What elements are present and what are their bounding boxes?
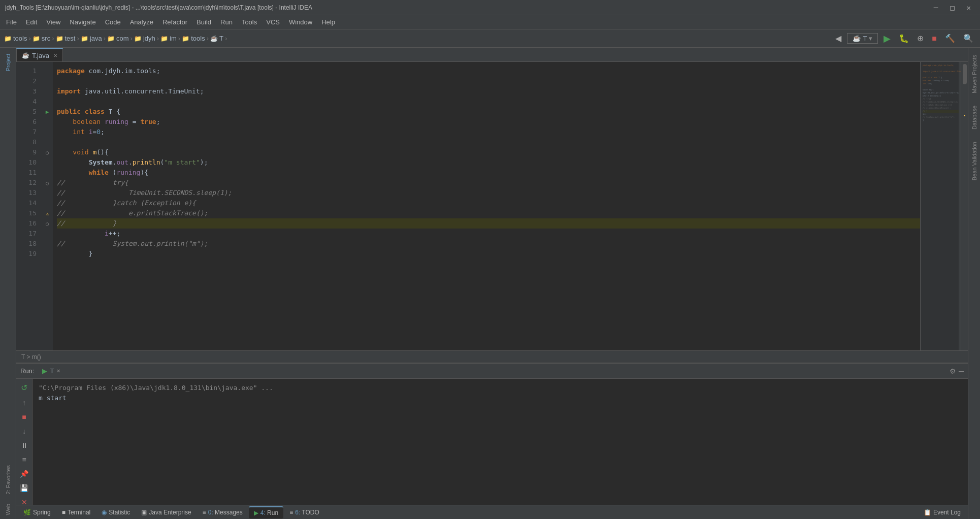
- run-output-line-2: m start: [39, 393, 962, 403]
- bottom-tab-statistic[interactable]: ◉ Statistic: [96, 506, 135, 518]
- debug-button[interactable]: 🐛: [896, 33, 911, 44]
- event-log-icon: 📋: [924, 509, 931, 516]
- breadcrumb-src[interactable]: src: [42, 35, 50, 42]
- bottom-tab-spring[interactable]: 🌿 Spring: [18, 506, 56, 518]
- menu-vcs[interactable]: VCS: [262, 17, 284, 27]
- bottom-tab-run[interactable]: ▶ 4: Run: [249, 506, 283, 518]
- toolbar: 📁 tools › 📁 src › 📁 test › 📁 java › 📁 co…: [0, 29, 980, 48]
- run-body: ↺ ↑ ■ ↓ ⏸ ≡ 📌 💾 ✕ ≡ "C:\Program Files (x…: [16, 379, 968, 505]
- run-icon: ▶: [254, 509, 258, 516]
- breadcrumb-tools2[interactable]: tools: [191, 35, 205, 42]
- code-line-4: [57, 96, 920, 107]
- menu-file[interactable]: File: [2, 17, 21, 27]
- run-label: Run:: [20, 367, 34, 375]
- breadcrumb-java[interactable]: java: [90, 35, 102, 42]
- run-tab-close[interactable]: ✕: [56, 368, 60, 374]
- stop-run-button[interactable]: ■: [20, 411, 28, 423]
- left-sidebar: Project 2: Favorites Web: [0, 48, 16, 519]
- right-tab-maven[interactable]: Maven Projects: [970, 51, 978, 98]
- breadcrumb-com[interactable]: com: [116, 35, 129, 42]
- run-panel-controls: ⚙ ─: [950, 367, 964, 375]
- maximize-button[interactable]: □: [946, 4, 958, 12]
- breadcrumb: 📁 tools › 📁 src › 📁 test › 📁 java › 📁 co…: [4, 35, 227, 42]
- run-tab-label: T: [50, 367, 54, 375]
- run-config-icon: ☕: [853, 35, 861, 42]
- menu-analyze[interactable]: Analyze: [126, 17, 157, 27]
- scroll-up-button[interactable]: ↑: [20, 397, 28, 409]
- breadcrumb-im[interactable]: im: [170, 35, 177, 42]
- run-left-toolbar: ↺ ↑ ■ ↓ ⏸ ≡ 📌 💾 ✕ ≡: [16, 379, 32, 505]
- code-line-11: while (runing){: [57, 168, 920, 178]
- menu-tools[interactable]: Tools: [238, 17, 261, 27]
- right-tab-database[interactable]: Database: [970, 102, 978, 134]
- line-numbers: 1 2 3 4 5 6 7 8 9 10 11 12 13 14 15 16 1…: [16, 62, 42, 350]
- tab-close[interactable]: ✕: [53, 53, 57, 58]
- run-output-line-1: "C:\Program Files (x86)\Java\jdk1.8.0_13…: [39, 383, 962, 393]
- bottom-tab-java-enterprise[interactable]: ▣ Java Enterprise: [136, 506, 196, 518]
- run-config-name: T: [863, 35, 867, 42]
- run-button[interactable]: ▶: [881, 32, 893, 45]
- menu-run[interactable]: Run: [216, 17, 237, 27]
- search-everywhere-button[interactable]: 🔍: [961, 33, 976, 44]
- breadcrumb-jdyh[interactable]: jdyh: [143, 35, 155, 42]
- code-line-15: // e.printStackTrace();: [57, 208, 920, 218]
- build-button[interactable]: 🔨: [942, 33, 958, 44]
- close-button[interactable]: ✕: [963, 4, 975, 12]
- menu-edit[interactable]: Edit: [22, 17, 41, 27]
- code-breadcrumb-text: T > m(): [21, 353, 41, 361]
- menu-window[interactable]: Window: [285, 17, 316, 27]
- breadcrumb-tools[interactable]: tools: [13, 35, 27, 42]
- run-config-arrow[interactable]: ▾: [869, 35, 872, 42]
- sidebar-web[interactable]: Web: [4, 500, 12, 519]
- todo-icon: ≡: [289, 509, 293, 516]
- wrap-button[interactable]: ≡: [20, 453, 28, 466]
- editor-tabs: ☕ T.java ✕: [16, 48, 968, 62]
- menu-help[interactable]: Help: [317, 17, 339, 27]
- tab-T-java[interactable]: ☕ T.java ✕: [16, 48, 63, 61]
- run-output: "C:\Program Files (x86)\Java\jdk1.8.0_13…: [32, 379, 968, 505]
- breadcrumb-T[interactable]: T: [219, 35, 223, 42]
- code-line-17: i++;: [57, 229, 920, 239]
- menu-view[interactable]: View: [42, 17, 64, 27]
- bottom-tab-todo[interactable]: ≡ 6: TODO: [284, 506, 324, 518]
- code-line-13: // TimeUnit.SECONDS.sleep(1);: [57, 188, 920, 198]
- stop-button[interactable]: ■: [929, 33, 939, 44]
- scrollbar-indicator[interactable]: [961, 62, 968, 350]
- code-area: 1 2 3 4 5 6 7 8 9 10 11 12 13 14 15 16 1…: [16, 62, 968, 350]
- menu-navigate[interactable]: Navigate: [66, 17, 100, 27]
- code-line-12: // try{: [57, 178, 920, 188]
- code-content[interactable]: package com.jdyh.im.tools; import java.u…: [53, 62, 920, 350]
- rerun-button[interactable]: ↺: [19, 381, 29, 395]
- close-button-run[interactable]: ✕: [19, 496, 29, 505]
- code-line-2: [57, 76, 920, 86]
- coverage-button[interactable]: ⊕: [914, 33, 926, 44]
- tab-label: T.java: [32, 52, 49, 59]
- breadcrumb-test[interactable]: test: [65, 35, 76, 42]
- window-controls: ─ □ ✕: [930, 4, 975, 12]
- bottom-tab-messages[interactable]: ≡ 0: Messages: [198, 506, 248, 518]
- menu-code[interactable]: Code: [101, 17, 125, 27]
- title-text: jdyh_Tools [E:\zhuoyuan\im-qianliu\jdyh_…: [5, 4, 312, 11]
- sidebar-project[interactable]: Project: [4, 50, 12, 75]
- toolbar-right: ◀ ☕ T ▾ ▶ 🐛 ⊕ ■ 🔨 🔍: [833, 32, 976, 45]
- right-tab-bean-validation[interactable]: Bean Validation: [970, 138, 978, 184]
- minimize-button[interactable]: ─: [930, 4, 942, 12]
- scroll-down-button[interactable]: ↓: [20, 425, 28, 437]
- menu-bar: File Edit View Navigate Code Analyze Ref…: [0, 15, 980, 29]
- pause-button[interactable]: ⏸: [19, 439, 30, 451]
- back-button[interactable]: ◀: [833, 33, 844, 44]
- java-enterprise-icon: ▣: [141, 509, 147, 516]
- sidebar-favorites[interactable]: 2: Favorites: [4, 461, 12, 498]
- bottom-tab-event-log[interactable]: 📋 Event Log: [919, 506, 966, 518]
- save-output-button[interactable]: 💾: [18, 482, 30, 494]
- code-line-8: [57, 137, 920, 147]
- pin-button[interactable]: 📌: [18, 468, 30, 480]
- menu-build[interactable]: Build: [192, 17, 215, 27]
- code-line-16: // }: [57, 218, 920, 229]
- run-settings-button[interactable]: ⚙: [950, 367, 956, 375]
- tab-icon: ☕: [22, 52, 29, 59]
- run-minimize-button[interactable]: ─: [959, 367, 964, 375]
- bottom-tab-terminal[interactable]: ■ Terminal: [57, 506, 96, 518]
- run-tab-T[interactable]: ▶ T ✕: [42, 367, 60, 375]
- menu-refactor[interactable]: Refactor: [158, 17, 191, 27]
